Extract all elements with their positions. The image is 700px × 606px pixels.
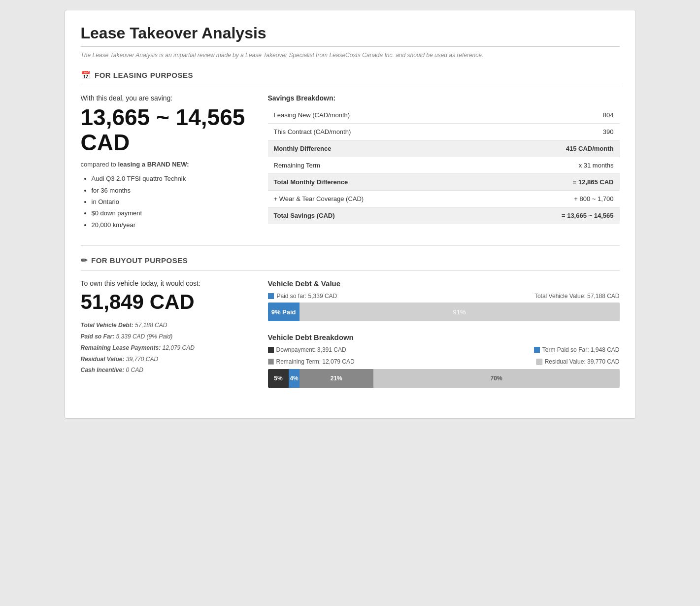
debt-detail-item: Cash Incentive: 0 CAD <box>81 365 248 376</box>
leasing-left: With this deal, you are saving: 13,665 ~… <box>81 94 248 231</box>
pencil-icon: ✏ <box>81 256 88 265</box>
legend-item: Remaining Term: 12,079 CAD <box>268 358 355 365</box>
page-title: Lease Takeover Analysis <box>81 24 620 42</box>
table-row: + Wear & Tear Coverage (CAD)+ 800 ~ 1,70… <box>268 191 620 207</box>
row-value: 415 CAD/month <box>484 140 619 157</box>
table-row: Remaining Termx 31 months <box>268 157 620 174</box>
list-item: for 36 months <box>92 185 248 196</box>
chart1-legend-left: Paid so far: 5,339 CAD <box>277 293 337 300</box>
debt-details: Total Vehicle Debt: 57,188 CADPaid so Fa… <box>81 320 248 376</box>
breakdown-title: Savings Breakdown: <box>268 94 620 102</box>
debt-detail-item: Paid so Far: 5,339 CAD (9% Paid) <box>81 331 248 342</box>
buyout-right: Vehicle Debt & Value Paid so far: 5,339 … <box>268 279 620 388</box>
leasing-section: 📅 FOR LEASING PURPOSES With this deal, y… <box>81 70 620 231</box>
row-value: 804 <box>484 107 619 124</box>
table-row: Leasing New (CAD/month)804 <box>268 107 620 124</box>
saving-amount: 13,665 ~ 14,565 CAD <box>81 105 248 155</box>
chart1-bar: 9% Paid 91% <box>268 303 620 321</box>
table-row: Monthly Difference415 CAD/month <box>268 140 620 157</box>
row-label: Total Monthly Difference <box>268 174 484 191</box>
row-label: Monthly Difference <box>268 140 484 157</box>
table-row: Total Monthly Difference= 12,865 CAD <box>268 174 620 191</box>
row-value: = 12,865 CAD <box>484 174 619 191</box>
bullet-list: Audi Q3 2.0 TFSI quattro Technik for 36 … <box>81 173 248 231</box>
leasing-section-title: FOR LEASING PURPOSES <box>95 71 193 79</box>
buyout-content: To own this vehicle today, it would cost… <box>81 279 620 388</box>
chart2-title: Vehicle Debt Breakdown <box>268 333 620 341</box>
bar-segment: 70% <box>373 369 620 388</box>
main-card: Lease Takeover Analysis The Lease Takeov… <box>65 10 636 419</box>
debt-detail-item: Remaining Lease Payments: 12,079 CAD <box>81 342 248 354</box>
calendar-icon: 📅 <box>81 70 91 80</box>
list-item: 20,000 km/year <box>92 219 248 231</box>
buyout-section: ✏ FOR BUYOUT PURPOSES To own this vehicl… <box>81 256 620 388</box>
leasing-section-header: 📅 FOR LEASING PURPOSES <box>81 70 620 85</box>
bar-segment: 21% <box>300 369 373 388</box>
buyout-section-header: ✏ FOR BUYOUT PURPOSES <box>81 256 620 270</box>
bar-segment: 5% <box>268 369 289 388</box>
leasing-content: With this deal, you are saving: 13,665 ~… <box>81 94 620 231</box>
bar-segment: 4% <box>289 369 299 388</box>
debt-detail-item: Total Vehicle Debt: 57,188 CAD <box>81 320 248 331</box>
buyout-section-title: FOR BUYOUT PURPOSES <box>91 256 188 265</box>
chart1-legend: Paid so far: 5,339 CAD Total Vehicle Val… <box>268 293 620 300</box>
debt-detail-item: Residual Value: 39,770 CAD <box>81 354 248 365</box>
bar-remaining: 91% <box>300 303 620 321</box>
row-value: 390 <box>484 124 619 140</box>
row-label: Leasing New (CAD/month) <box>268 107 484 124</box>
row-value: x 31 months <box>484 157 619 174</box>
list-item: Audi Q3 2.0 TFSI quattro Technik <box>92 173 248 184</box>
saving-intro: With this deal, you are saving: <box>81 94 248 102</box>
list-item: in Ontario <box>92 196 248 207</box>
own-intro: To own this vehicle today, it would cost… <box>81 279 248 287</box>
row-value: = 13,665 ~ 14,565 <box>484 207 619 224</box>
page-subtitle: The Lease Takeover Analysis is an impart… <box>81 52 620 59</box>
row-label: Remaining Term <box>268 157 484 174</box>
row-label: + Wear & Tear Coverage (CAD) <box>268 191 484 207</box>
table-row: This Contract (CAD/month)390 <box>268 124 620 140</box>
chart2-legend: Downpayment: 3,391 CADTerm Paid so Far: … <box>268 346 620 365</box>
buyout-left: To own this vehicle today, it would cost… <box>81 279 248 388</box>
legend-item: Term Paid so Far: 1,948 CAD <box>534 346 620 353</box>
compared-label: compared to leasing a BRAND NEW: <box>81 161 248 168</box>
chart1-legend-right: Total Vehicle Value: 57,188 CAD <box>534 293 620 300</box>
own-amount: 51,849 CAD <box>81 290 248 314</box>
chart2-bar: 5%4%21%70% <box>268 369 620 388</box>
table-row: Total Savings (CAD)= 13,665 ~ 14,565 <box>268 207 620 224</box>
row-label: This Contract (CAD/month) <box>268 124 484 140</box>
chart1-title: Vehicle Debt & Value <box>268 279 620 288</box>
row-label: Total Savings (CAD) <box>268 207 484 224</box>
leasing-right: Savings Breakdown: Leasing New (CAD/mont… <box>268 94 620 231</box>
breakdown-table: Leasing New (CAD/month)804This Contract … <box>268 107 620 224</box>
bar-paid: 9% Paid <box>268 303 300 321</box>
list-item: $0 down payment <box>92 207 248 219</box>
row-value: + 800 ~ 1,700 <box>484 191 619 207</box>
legend-item: Downpayment: 3,391 CAD <box>268 346 346 353</box>
legend-item: Residual Value: 39,770 CAD <box>536 358 620 365</box>
paid-legend-dot <box>268 293 274 299</box>
